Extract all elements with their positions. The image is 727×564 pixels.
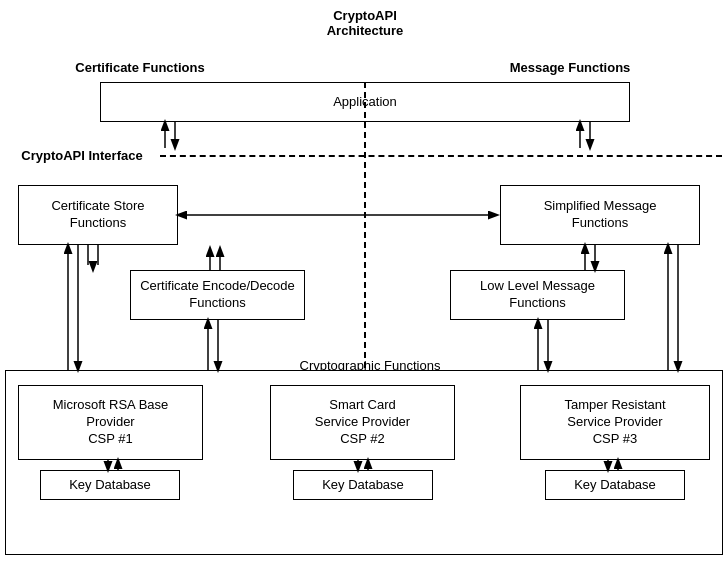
main-title: CryptoAPI Architecture (270, 8, 460, 38)
ms-rsa-key-box: Key Database (40, 470, 180, 500)
cert-encode-box: Certificate Encode/Decode Functions (130, 270, 305, 320)
application-box: Application (100, 82, 630, 122)
tamper-box: Tamper Resistant Service Provider CSP #3 (520, 385, 710, 460)
tamper-key-box: Key Database (545, 470, 685, 500)
cert-store-box: Certificate Store Functions (18, 185, 178, 245)
diagram: CryptoAPI Architecture Certificate Funct… (0, 0, 727, 564)
simplified-message-box: Simplified Message Functions (500, 185, 700, 245)
cryptoapi-interface-line (160, 155, 722, 157)
cryptoapi-interface-label: CryptoAPI Interface (2, 148, 162, 163)
message-functions-label: Message Functions (490, 60, 650, 75)
cert-functions-label: Certificate Functions (60, 60, 220, 75)
smart-card-key-box: Key Database (293, 470, 433, 500)
smart-card-box: Smart Card Service Provider CSP #2 (270, 385, 455, 460)
low-level-message-box: Low Level Message Functions (450, 270, 625, 320)
ms-rsa-box: Microsoft RSA Base Provider CSP #1 (18, 385, 203, 460)
